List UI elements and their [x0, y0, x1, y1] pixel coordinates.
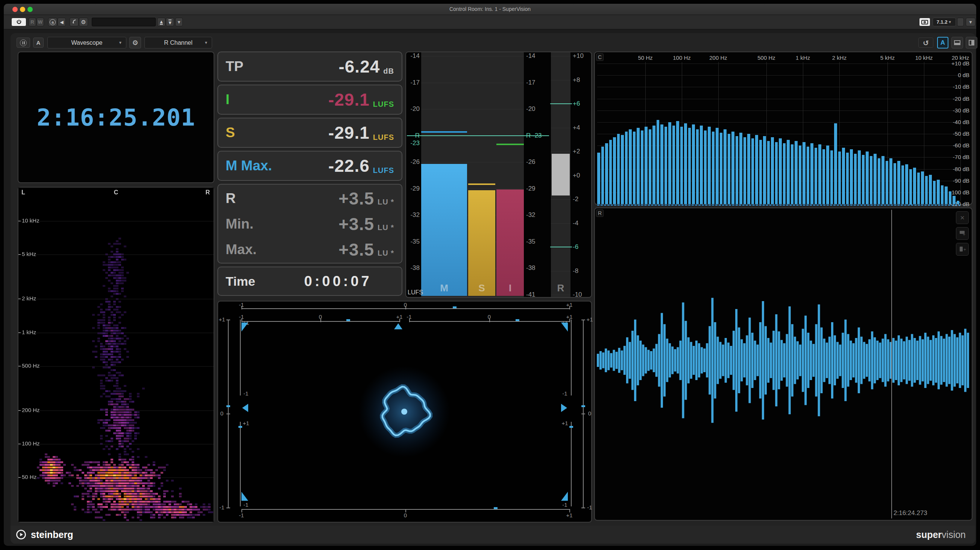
playback-cursor[interactable] [891, 210, 892, 518]
meter-bar-m [421, 164, 467, 296]
right-inner-ruler-bottom [571, 422, 572, 506]
layout-horizontal-split-button[interactable] [951, 37, 963, 49]
meter-peak-m [421, 131, 467, 133]
spectrum-bar [795, 141, 798, 204]
bottom-ruler-label: 0 [398, 512, 413, 518]
reset-button[interactable]: ↻ [918, 38, 933, 48]
min-value: +3.5 [339, 214, 374, 234]
spectrum-bar [751, 138, 754, 204]
lu-scale-label: -10 [573, 291, 591, 299]
spectrum-bar [660, 124, 663, 204]
spectrum-bar [763, 136, 766, 204]
automation-circle-button[interactable]: a [48, 17, 57, 26]
spectrum-bar [704, 130, 707, 204]
waveform-channel-tab[interactable]: R [596, 210, 604, 217]
spectrum-bar [854, 154, 857, 204]
spectrum-bar [894, 163, 897, 204]
snapshot-button[interactable] [919, 17, 931, 26]
left-center-handle[interactable] [242, 404, 248, 412]
spectrum-bar [735, 136, 738, 204]
read-automation-button[interactable]: R [29, 17, 36, 26]
wavescope-freq-label: 5 kHz [22, 251, 36, 257]
spectrum-bar [625, 132, 628, 204]
close-overlay-button[interactable]: × [956, 211, 969, 224]
r-meter-label: R [551, 282, 571, 294]
channel-select[interactable]: R Channel ▼ [145, 37, 212, 49]
min-unit: LU * [377, 223, 394, 232]
spectrum-bar [688, 128, 691, 204]
gear-icon: ⚙ [132, 39, 138, 47]
spectrum-bar [807, 146, 810, 204]
lu-scale-label: -6 [573, 243, 591, 251]
titlebar: Control Room: Ins. 1 - SuperVision [4, 4, 976, 15]
refresh-icon: ↻ [923, 39, 929, 47]
max-label: Max. [226, 242, 256, 258]
spectrum-bar [842, 148, 845, 204]
spectrum-bar [601, 146, 605, 204]
top-right-handle[interactable] [561, 323, 568, 332]
lufs-scale-label-left: -32 [406, 211, 420, 219]
layout-vertical-split-button[interactable] [966, 37, 977, 49]
db-gridline [597, 134, 961, 134]
plugin-settings-button[interactable]: ⚙ [79, 17, 88, 26]
wavescope-freq-tick [18, 410, 21, 411]
bottom-left-handle[interactable] [242, 492, 248, 501]
spectrum-bar [724, 129, 727, 204]
wavescope-right-label: R [205, 189, 210, 196]
lufs-scale-label-right: -38 [526, 264, 549, 272]
freq-axis-label: 500 Hz [751, 54, 781, 61]
auto-scale-button[interactable]: A [937, 37, 948, 49]
bottom-right-handle[interactable] [561, 492, 568, 501]
spacer-button[interactable] [957, 17, 964, 26]
lufs-scale-label-right: -26 [526, 158, 549, 166]
db-gridline [597, 75, 961, 76]
spectrum-bar [933, 181, 936, 204]
db-gridline [597, 111, 961, 111]
top-center-handle[interactable] [394, 323, 402, 329]
spectrum-bar [937, 180, 940, 204]
lu-gridline [551, 80, 571, 81]
s-value: -29.1 [328, 122, 370, 143]
spectrum-bar [621, 135, 624, 204]
spectrum-bar [692, 124, 695, 204]
wavescope-freq-tick [18, 443, 21, 444]
switch-ab-button[interactable]: ◀ [57, 17, 66, 26]
next-preset-button[interactable]: ▼ [166, 17, 174, 26]
zoom-horizontal-icon: + [959, 246, 965, 252]
lufs-scale-label-left: -26 [406, 158, 420, 166]
lu-gridline [551, 151, 571, 152]
preset-name-field[interactable] [92, 17, 156, 26]
previous-preset-button[interactable]: ▲ [157, 17, 165, 26]
write-automation-button[interactable]: W [37, 17, 44, 26]
power-icon [16, 19, 22, 25]
spectrum-bar [680, 127, 683, 204]
preset-menu-button[interactable]: ▼ [175, 17, 183, 26]
zoom-vertical-button[interactable]: + [956, 227, 969, 240]
top-left-handle[interactable] [242, 323, 248, 332]
spectrum-bar [870, 156, 873, 204]
spectrum-channel-tab[interactable]: C [596, 53, 604, 61]
tp-value: -6.24 [339, 56, 380, 77]
db-axis-label: -30 dB [933, 107, 969, 113]
supervision-wordmark-light: vision [942, 529, 966, 540]
module-settings-button[interactable]: ⚙ [129, 37, 141, 49]
bypass-power-button[interactable] [11, 17, 26, 26]
function-menu-button[interactable]: ▼ [966, 17, 975, 26]
insert-bypass-button[interactable] [70, 17, 79, 26]
upper-right-ruler-label: -1 [402, 313, 417, 320]
channel-config-select[interactable]: 7.1.2 ▼ [932, 17, 956, 26]
caret-down-icon: ▼ [969, 20, 972, 24]
spectrum-bar [728, 134, 731, 204]
pause-button[interactable] [16, 38, 30, 48]
ab-compare-button-left[interactable]: A [33, 38, 44, 48]
lu-scale-label: +6 [573, 100, 591, 108]
module-select-value: Wavescope [72, 40, 103, 46]
spectrum-bar [889, 158, 892, 204]
right-center-handle[interactable] [561, 404, 567, 412]
steinberg-logo-icon [16, 529, 26, 540]
time-value: 0:00:07 [304, 273, 372, 289]
lufs-gridline [421, 56, 524, 56]
zoom-horizontal-button[interactable]: + [956, 243, 969, 256]
right-inner-label: -1 [557, 390, 572, 397]
module-select[interactable]: Wavescope ▼ [48, 37, 126, 49]
